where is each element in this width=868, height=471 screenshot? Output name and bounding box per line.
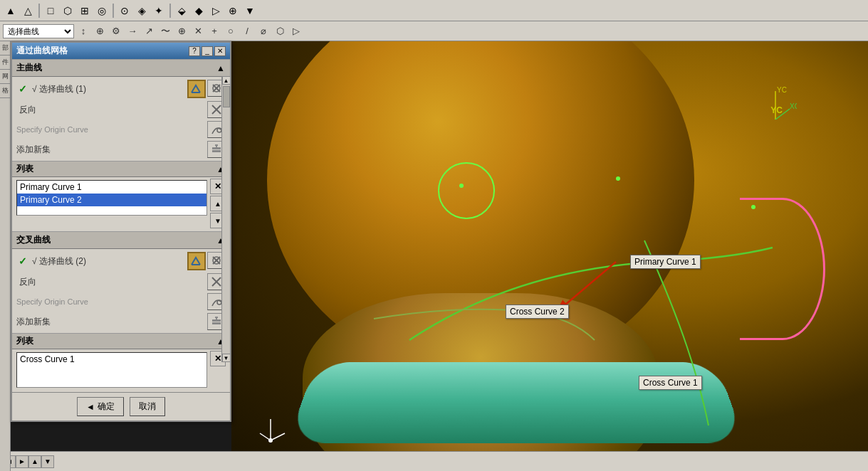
scroll-thumb[interactable]	[223, 86, 230, 107]
green-point-3	[751, 205, 755, 209]
dialog-minimize-btn[interactable]: _	[202, 46, 213, 56]
primary-origin-row: Specify Origin Curve	[16, 121, 226, 138]
origin-curve-icon	[211, 124, 222, 135]
sidebar-tab-3[interactable]: 网	[0, 70, 10, 84]
primary-collapse-btn[interactable]: ▲	[216, 63, 226, 73]
cross-list-label: 列表	[16, 335, 33, 347]
toolbar-sep-1	[38, 4, 40, 18]
axes-indicator: YC XC	[754, 84, 797, 127]
primary-select-icon-btn[interactable]	[187, 80, 206, 98]
toolbar-sep-3	[169, 4, 171, 18]
bottom-axes-indicator	[253, 412, 288, 450]
cross-deselect-icon	[211, 255, 221, 265]
primary-list-box[interactable]: Primary Curve 1 Primary Curve 2	[16, 180, 207, 216]
top-toolbar: ▲ △ □ ⬡ ⊞ ◎ ⊙ ◈ ✦ ⬙ ◆ ▷ ⊕ ▼	[0, 0, 868, 21]
toolbar-icon-2[interactable]: △	[20, 3, 36, 18]
tb2-arrow-up-icon[interactable]: ↕	[76, 24, 90, 38]
tb2-angle-icon[interactable]: /	[240, 24, 254, 38]
toolbar-icon-10[interactable]: ⬙	[174, 3, 189, 18]
cross-curve-1-text: Cross Curve 1	[643, 378, 698, 388]
primary-origin-label: Specify Origin Curve	[16, 125, 88, 134]
cross-select-icon-btn[interactable]	[187, 252, 206, 270]
select-cross-row: ✓ √ 选择曲线 (2)	[16, 252, 226, 270]
tb2-play-icon[interactable]: ▷	[289, 24, 303, 38]
svg-line-25	[775, 109, 790, 120]
curve-select-dropdown[interactable]: 选择曲线	[3, 24, 74, 38]
primary-section-label: 主曲线	[16, 62, 42, 74]
ok-label: 确定	[98, 401, 115, 413]
cross-section-body: ✓ √ 选择曲线 (2)	[12, 249, 230, 392]
cross-list-header: 列表 ▲	[12, 333, 230, 349]
viewport[interactable]: YC YC XC Primary Curve 1 Cross Curve 2 C…	[231, 41, 868, 471]
add-set-icon	[211, 144, 222, 155]
svg-rect-7	[212, 147, 221, 149]
svg-rect-19	[212, 322, 221, 324]
svg-line-29	[271, 433, 285, 440]
svg-rect-18	[212, 319, 221, 322]
toolbar-icon-11[interactable]: ◆	[191, 3, 206, 18]
tb2-hex-icon[interactable]: ⬡	[273, 24, 287, 38]
cross-list-item-1[interactable]: Cross Curve 1	[17, 353, 206, 366]
primary-section-header: 主曲线 ▲	[12, 59, 230, 77]
svg-text:YC: YC	[777, 86, 787, 94]
tb2-plus-icon[interactable]: +	[207, 24, 221, 38]
cross-list-area: Cross Curve 1 ✕	[16, 351, 226, 389]
bottom-down-arrow[interactable]: ▼	[41, 455, 54, 468]
primary-list-item-2[interactable]: Primary Curve 2	[17, 194, 206, 206]
cross-origin-label: Specify Origin Curve	[16, 297, 88, 306]
toolbar-icon-6[interactable]: ◎	[94, 3, 110, 18]
primary-reverse-row: 反向	[16, 101, 226, 118]
cross-curve-2-label: Cross Curve 2	[506, 305, 569, 319]
toolbar-icon-8[interactable]: ◈	[134, 3, 150, 18]
sidebar-tab-2[interactable]: 件	[0, 55, 10, 70]
toolbar-icon-1[interactable]: ▲	[3, 3, 19, 18]
bottom-right-arrow[interactable]: ►	[16, 455, 28, 468]
dialog-panel: 通过曲线网格 ? _ ✕ 主曲线 ▲ ✓ √ 选择曲线 (1)	[11, 41, 231, 422]
tb2-wave-icon[interactable]: 〜	[158, 24, 172, 38]
cross-reverse-row: 反向	[16, 273, 226, 290]
primary-list-label: 列表	[16, 163, 33, 175]
tb2-diameter-icon[interactable]: ⌀	[256, 24, 271, 38]
dialog-close-btn[interactable]: ✕	[214, 46, 226, 56]
primary-addset-row: 添加新集	[16, 141, 226, 158]
green-point-2	[616, 176, 620, 181]
tb2-arrow-right-icon[interactable]: →	[125, 24, 140, 38]
tb2-circle-add-icon[interactable]: ⊕	[174, 24, 189, 38]
scroll-up-btn[interactable]: ▲	[222, 76, 231, 85]
toolbar-icon-12[interactable]: ▷	[208, 3, 224, 18]
toolbar-icon-4[interactable]: ⬡	[60, 3, 75, 18]
toolbar-icon-7[interactable]: ⊙	[117, 3, 132, 18]
dialog-help-btn[interactable]: ?	[189, 46, 200, 56]
tb2-settings-icon[interactable]: ⚙	[109, 24, 123, 38]
dialog-scrollbar[interactable]: ▲ ▼	[221, 76, 230, 362]
bottom-axes-svg	[253, 412, 288, 448]
cross-list-box[interactable]: Cross Curve 1	[16, 352, 207, 388]
cross-reverse-icon	[211, 276, 222, 287]
bottom-up-arrow[interactable]: ▲	[28, 455, 41, 468]
toolbar-icon-3[interactable]: □	[43, 3, 58, 18]
svg-rect-8	[212, 150, 221, 152]
toolbar-icon-13[interactable]: ⊕	[225, 3, 241, 18]
select-primary-row: ✓ √ 选择曲线 (1)	[16, 80, 226, 98]
toolbar-icon-14[interactable]: ▼	[242, 3, 258, 18]
select-primary-label: √ 选择曲线 (1)	[32, 83, 86, 95]
primary-list-item-1[interactable]: Primary Curve 1	[17, 181, 206, 194]
tb2-cross-icon[interactable]: ✕	[191, 24, 205, 38]
tb2-circle-icon[interactable]: ○	[224, 24, 238, 38]
primary-select-buttons	[187, 80, 226, 98]
second-toolbar-inner: 选择曲线 ↕ ⊕ ⚙ → ↗ 〜 ⊕ ✕ + ○ / ⌀ ⬡ ▷	[3, 24, 865, 38]
cross-curve-1-label: Cross Curve 1	[639, 376, 702, 390]
cancel-button[interactable]: 取消	[130, 397, 165, 416]
cross-addset-row: 添加新集	[16, 313, 226, 330]
tb2-curve-icon[interactable]: ↗	[142, 24, 156, 38]
cross-select-buttons	[187, 252, 226, 270]
toolbar-icon-5[interactable]: ⊞	[77, 3, 93, 18]
dialog-title: 通过曲线网格	[16, 45, 68, 57]
sidebar-tab-4[interactable]: 格	[0, 84, 10, 98]
tb2-add-icon[interactable]: ⊕	[93, 24, 107, 38]
toolbar-icon-9[interactable]: ✦	[151, 3, 167, 18]
scroll-down-btn[interactable]: ▼	[222, 354, 231, 362]
ok-button[interactable]: ◄ 确定	[77, 397, 124, 416]
sidebar-tab-1[interactable]: 部	[0, 41, 10, 55]
dialog-content: 主曲线 ▲ ✓ √ 选择曲线 (1)	[12, 59, 230, 392]
